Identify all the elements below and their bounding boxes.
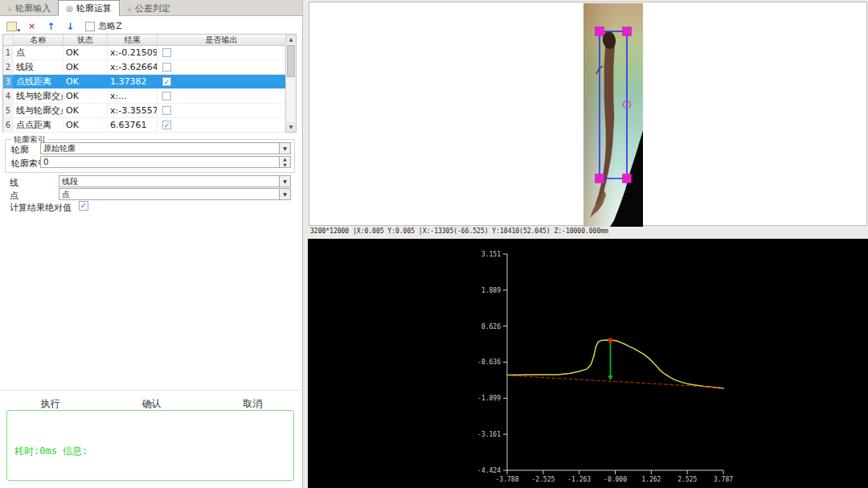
chevron-down-icon[interactable]: ▼ bbox=[279, 143, 290, 154]
tab-profile-input[interactable]: ▲ 轮廓输入 bbox=[0, 0, 58, 16]
table-row[interactable]: 3点线距离OK1.37382 bbox=[3, 75, 285, 89]
output-checkbox[interactable] bbox=[162, 92, 171, 100]
delete-item-icon[interactable]: × bbox=[28, 22, 35, 31]
y-tick-label: -0.636 bbox=[477, 359, 501, 366]
roi-handle-top-left[interactable] bbox=[596, 27, 604, 36]
scroll-up-icon[interactable]: ▲ bbox=[286, 35, 296, 44]
row-number: 4 bbox=[3, 89, 14, 103]
image-viewer[interactable] bbox=[309, 2, 867, 226]
results-table: 名称 状态 结果 是否输出 1点OKx:-0.215098,y...2线段OKx… bbox=[2, 34, 297, 133]
step-down-icon[interactable]: ▼ bbox=[280, 162, 290, 168]
result-value: 1.37382 bbox=[108, 75, 158, 88]
specimen-image[interactable] bbox=[583, 3, 643, 227]
table-row[interactable]: 2线段OKx:-3.62664,-1... bbox=[3, 60, 285, 75]
record-circle-icon: ◎ bbox=[66, 4, 73, 13]
measurement-name: 线段 bbox=[14, 60, 63, 74]
status-value: OK bbox=[63, 75, 108, 88]
scroll-down-icon[interactable]: ▼ bbox=[286, 122, 296, 132]
tab-tolerance-judgment[interactable]: ▲ 公差判定 bbox=[120, 0, 178, 16]
measurement-name: 线与轮廓交点(1) bbox=[14, 104, 63, 117]
profile-select[interactable]: 原始轮廓 ▼ bbox=[40, 142, 291, 154]
x-tick-label: 1.262 bbox=[641, 476, 661, 483]
output-checkbox[interactable] bbox=[162, 48, 171, 57]
result-value: x:... bbox=[108, 89, 158, 103]
table-row[interactable]: 6点点距离OK6.63761 bbox=[3, 118, 285, 133]
result-value: x:-3.35557,y:-... bbox=[108, 104, 158, 117]
scrollbar-thumb[interactable] bbox=[287, 45, 295, 77]
y-tick-label: 0.626 bbox=[481, 323, 501, 330]
profile-select-value: 原始轮廓 bbox=[43, 144, 76, 153]
ignore-z-label: 忽略Z bbox=[98, 20, 122, 32]
profile-index-stepper[interactable]: 0 ▲▼ bbox=[40, 156, 291, 168]
column-header-status[interactable]: 状态 bbox=[63, 35, 108, 45]
column-header-result[interactable]: 结果 bbox=[108, 35, 158, 45]
measurement-name: 点 bbox=[14, 46, 63, 59]
x-tick-label: -2.525 bbox=[531, 476, 555, 483]
chevron-down-icon[interactable]: ▼ bbox=[279, 176, 290, 187]
profile-label: 轮廓 bbox=[11, 144, 29, 156]
output-cell bbox=[158, 104, 285, 117]
measurement-name: 线与轮廓交点 bbox=[14, 89, 63, 103]
y-tick-label: 1.889 bbox=[481, 287, 501, 294]
chevron-down-icon[interactable]: ▼ bbox=[279, 189, 290, 199]
column-header-output[interactable]: 是否输出 bbox=[158, 35, 285, 45]
output-checkbox[interactable] bbox=[162, 121, 171, 129]
tab-bar: ▲ 轮廓输入 ◎ 轮廓运算 ▲ 公差判定 bbox=[0, 0, 302, 16]
table-row[interactable]: 1点OKx:-0.215098,y... bbox=[3, 46, 285, 60]
roi-handle-bottom-left[interactable] bbox=[596, 174, 604, 183]
move-down-icon[interactable]: ↓ bbox=[66, 22, 74, 31]
row-number: 3 bbox=[3, 75, 14, 88]
y-tick-label: 3.151 bbox=[481, 251, 501, 258]
point-select[interactable]: 点 ▼ bbox=[59, 188, 291, 200]
measurement-name: 点线距离 bbox=[14, 75, 63, 88]
control-panel: ▲ 轮廓输入 ◎ 轮廓运算 ▲ 公差判定 × ↑ ↓ 忽略Z 名称 状态 结果 … bbox=[0, 0, 303, 488]
x-tick-label: -1.263 bbox=[567, 476, 591, 483]
roi-handle-top-right[interactable] bbox=[623, 27, 632, 36]
action-buttons: 执行 确认 取消 bbox=[0, 390, 303, 412]
output-checkbox[interactable] bbox=[162, 106, 171, 115]
ignore-z-checkbox[interactable] bbox=[85, 22, 95, 31]
add-item-icon[interactable] bbox=[6, 22, 17, 31]
chart-axes bbox=[507, 254, 723, 470]
tab-profile-calculation[interactable]: ◎ 轮廓运算 bbox=[58, 0, 120, 16]
result-value: x:-0.215098,y... bbox=[108, 46, 158, 59]
column-header-name[interactable]: 名称 bbox=[14, 35, 63, 45]
y-tick-label: -3.161 bbox=[477, 431, 501, 438]
profile-index-value: 0 bbox=[43, 158, 48, 166]
line-select-value: 线段 bbox=[62, 177, 78, 186]
roi-handle-bottom-right[interactable] bbox=[623, 174, 632, 183]
output-checkbox[interactable] bbox=[162, 77, 171, 86]
viewer-status-bar: 3200*12000 |X:0.005 Y:0.005 |X:-13305(-6… bbox=[310, 228, 865, 237]
row-number: 5 bbox=[3, 104, 14, 117]
profile-chart: 3.1511.8890.626-0.636-1.899-3.161-4.424-… bbox=[308, 239, 868, 488]
peak-marker-dot bbox=[608, 338, 613, 342]
x-tick-label: -0.000 bbox=[604, 476, 627, 483]
tab-label: 公差判定 bbox=[135, 2, 170, 14]
point-label: 点 bbox=[10, 190, 18, 202]
table-row[interactable]: 4线与轮廓交点OKx:... bbox=[3, 89, 285, 104]
line-label: 线 bbox=[10, 177, 18, 189]
absolute-value-label: 计算结果绝对值 bbox=[10, 202, 72, 214]
tab-label: 轮廓运算 bbox=[76, 2, 112, 14]
table-row[interactable]: 5线与轮廓交点(1)OKx:-3.35557,y:-... bbox=[3, 104, 285, 118]
status-value: OK bbox=[63, 104, 108, 117]
baseline-curve bbox=[507, 375, 723, 388]
stepper-arrows[interactable]: ▲▼ bbox=[279, 157, 290, 167]
result-value: 6.63761 bbox=[108, 118, 158, 132]
row-number: 1 bbox=[3, 46, 14, 59]
row-number: 2 bbox=[3, 60, 14, 74]
status-value: OK bbox=[63, 89, 108, 103]
profile-curve bbox=[507, 340, 723, 388]
status-value: OK bbox=[63, 118, 108, 132]
message-box: 耗时:0ms 信息: bbox=[6, 410, 294, 481]
measurement-name: 点点距离 bbox=[14, 118, 63, 132]
tab-label: 轮廓输入 bbox=[15, 2, 51, 14]
y-tick-label: -1.899 bbox=[477, 395, 501, 402]
output-checkbox[interactable] bbox=[162, 63, 171, 72]
move-up-icon[interactable]: ↑ bbox=[47, 22, 55, 31]
profile-chart-panel[interactable]: 3.1511.8890.626-0.636-1.899-3.161-4.424-… bbox=[308, 239, 868, 488]
absolute-value-checkbox[interactable] bbox=[79, 201, 88, 211]
row-number: 6 bbox=[3, 118, 14, 132]
line-select[interactable]: 线段 ▼ bbox=[59, 175, 291, 187]
table-scrollbar[interactable]: ▲ ▼ bbox=[285, 35, 296, 132]
